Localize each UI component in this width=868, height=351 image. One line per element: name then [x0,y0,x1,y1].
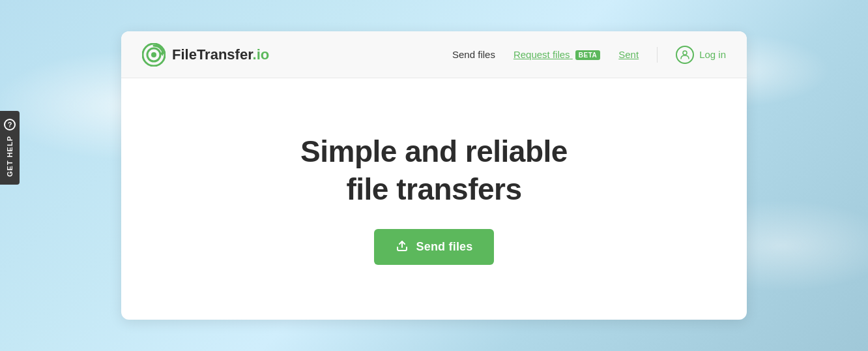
svg-point-4 [683,51,687,55]
hero-title: Simple and reliable file transfers [300,133,568,208]
hero-section: Simple and reliable file transfers Send … [121,78,747,320]
beta-badge: BETA [575,50,600,60]
logo-icon [142,43,166,67]
nav-links: Send files Request files BETA Sent Log i… [452,46,726,64]
upload-icon [395,238,409,256]
nav-send-files[interactable]: Send files [452,49,495,60]
logo-text: FileTransfer.io [172,46,269,63]
user-circle-icon [676,46,694,64]
logo-link[interactable]: FileTransfer.io [142,43,269,67]
send-files-button[interactable]: Send files [374,229,493,265]
nav-divider [657,47,658,63]
nav-login[interactable]: Log in [676,46,726,64]
send-files-btn-label: Send files [416,240,472,254]
navbar: FileTransfer.io Send files Request files… [121,31,747,78]
main-card: FileTransfer.io Send files Request files… [121,31,747,320]
svg-point-2 [151,52,156,57]
nav-sent[interactable]: Sent [618,49,639,60]
login-label[interactable]: Log in [699,49,726,60]
get-help-label: GET HELP [6,136,14,177]
get-help-panel[interactable]: ? GET HELP [0,111,20,185]
nav-request-files[interactable]: Request files BETA [514,49,600,61]
help-question-icon: ? [4,119,16,130]
